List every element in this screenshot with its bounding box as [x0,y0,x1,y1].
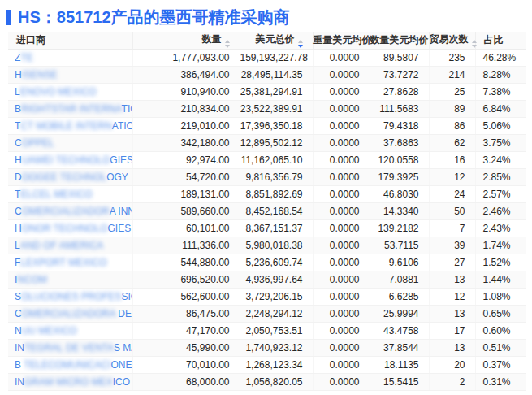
weight-avg-cell: 0.0000 [313,339,370,356]
importer-link[interactable]: DOOGEE TECHNOLOGY [15,171,128,183]
importer-link[interactable]: INGRAM MICRO MEXICO [15,376,130,388]
importer-visible-suffix: DE ... [115,308,132,319]
importer-visible-prefix: C [15,206,22,217]
importer-link[interactable]: COMERCIALIZADORA DE ... [15,308,132,319]
importer-cell: HONOR TECHNOLOGIES D... [8,219,132,237]
importer-visible-prefix: IN [15,342,24,354]
share-cell: 0.37% [475,356,526,373]
qty-cell: 386,494.00 [132,66,240,83]
weight-avg-cell: 0.0000 [313,202,370,219]
importer-cell: FLEXPORT MEXICO [8,254,132,271]
importer-link[interactable]: INTEGRAL DE VENTAS MA... [15,342,132,354]
qty-cell: 342,180.00 [132,134,240,151]
usd-total-cell: 5,236,609.74 [240,254,313,271]
usd-total-cell: 25,381,294.91 [240,83,313,100]
usd-total-cell: 8,851,892.69 [240,185,313,202]
table-body: ZTE1,777,093.00159,193,227.780.000089.58… [8,49,526,390]
trade-count-cell: 12 [429,168,475,185]
table-row: TELCEL MEXICO189,131.008,851,892.690.000… [8,185,526,202]
usd-total-cell: 3,729,206.15 [240,288,313,305]
importer-link[interactable]: LENOVO MEXICO [15,86,97,98]
importer-visible-prefix: C [15,137,22,149]
trade-count-cell: 39 [429,237,475,254]
importer-visible-suffix: TIONAL [122,103,132,115]
qty-avg-cell: 89.5807 [370,49,429,66]
share-cell: 6.84% [475,100,526,117]
page: HS：851712产品的墨西哥精准采购商 进口商数量美元总价重量美元均价数量美元… [0,0,532,391]
page-title: HS：851712产品的墨西哥精准采购商 [18,7,290,27]
weight-avg-cell: 0.0000 [313,373,370,390]
weight-avg-cell: 0.0000 [313,185,370,202]
qty-avg-cell: 6.6285 [370,288,429,305]
importer-redacted-text: RIGHTSTAR INTERNA [21,103,122,115]
caret-down-icon [472,45,477,48]
column-header-usd_total[interactable]: 美元总价 [240,32,313,49]
importer-visible-suffix: ICO [113,376,130,388]
share-cell: 1.44% [475,271,526,288]
importer-redacted-text: OMERCIALIZADORA [22,308,115,319]
qty-cell: 60,101.00 [132,219,240,237]
share-cell: 0.51% [475,339,526,356]
qty-avg-cell: 14.3340 [370,202,429,219]
usd-total-cell: 12,895,502.12 [240,134,313,151]
importer-visible-prefix: L [15,240,20,251]
qty-cell: 562,600.00 [132,288,240,305]
importer-link[interactable]: COPPEL [15,137,54,149]
importer-link[interactable]: BRIGHTSTAR INTERNATIONAL [15,103,132,115]
usd-total-cell: 23,522,389.91 [240,100,313,117]
column-header-weight_avg: 重量美元均价 [313,32,370,49]
buyers-data-table: 进口商数量美元总价重量美元均价数量美元均价贸易次数占比 ZTE1,777,093… [8,32,526,391]
importer-redacted-text: AND OF AMERICA [20,240,104,251]
sort-icon[interactable] [225,40,230,48]
column-header-qty_avg: 数量美元均价 [370,32,429,49]
table-row: COMERCIALIZADORA DE ...86,475.002,248,29… [8,305,526,322]
importer-cell: NUU MEXICO [8,322,132,339]
usd-total-cell: 4,936,997.64 [240,271,313,288]
importer-redacted-text: OPPEL [22,137,54,149]
column-header-trade_count[interactable]: 贸易次数 [429,32,475,49]
importer-link[interactable]: TELCEL MEXICO [15,189,93,200]
importer-link[interactable]: HONOR TECHNOLOGIES D... [15,223,132,234]
usd-total-cell: 11,162,065.10 [240,151,313,168]
column-header-share: 占比 [475,32,526,49]
qty-avg-cell: 79.4318 [370,117,429,134]
table-row: BRIGHTSTAR INTERNATIONAL210,834.0023,522… [8,100,526,117]
table-row: FLEXPORT MEXICO544,880.005,236,609.740.0… [8,254,526,271]
column-label: 贸易次数 [430,33,469,45]
importer-link[interactable]: COMERCIALIZADORA INN... [15,206,132,217]
importer-visible-suffix: SION... [121,291,132,302]
column-header-qty[interactable]: 数量 [132,32,240,49]
importer-cell: ZTE [8,49,132,66]
importer-link[interactable]: HISENSE [15,69,58,80]
importer-visible-suffix: ONES... [110,359,132,371]
importer-link[interactable]: NUU MEXICO [15,325,77,336]
qty-avg-cell: 37.6863 [370,134,429,151]
importer-cell: INTEGRAL DE VENTAS MA... [8,339,132,356]
qty-avg-cell: 111.5683 [370,100,429,117]
qty-cell: 544,880.00 [132,254,240,271]
trade-count-cell: 25 [429,83,475,100]
qty-cell: 92,974.00 [132,151,240,168]
importer-link[interactable]: TCT MOBILE INTERNATIO... [15,120,132,132]
importer-link[interactable]: ZTE [15,52,33,63]
qty-cell: 111,336.00 [132,237,240,254]
qty-avg-cell: 139.2182 [370,219,429,237]
sort-icon[interactable] [472,40,477,48]
importer-link[interactable]: HUAWEI TECHNOLOGIES ... [15,154,132,166]
importer-link[interactable]: SOLUCIONES PROFESSION... [15,291,132,302]
table-header-row: 进口商数量美元总价重量美元均价数量美元均价贸易次数占比 [8,32,526,49]
sort-icon[interactable] [298,40,303,48]
importer-link[interactable]: FLEXPORT MEXICO [15,257,107,268]
weight-avg-cell: 0.0000 [313,49,370,66]
share-cell: 2.46% [475,202,526,219]
importer-visible-prefix: H [15,223,22,234]
importer-visible-prefix: H [15,154,22,166]
weight-avg-cell: 0.0000 [313,254,370,271]
weight-avg-cell: 0.0000 [313,305,370,322]
weight-avg-cell: 0.0000 [313,151,370,168]
importer-link[interactable]: LAND OF AMERICA [15,240,103,251]
importer-link[interactable]: B TELECOMUNICACIONES... [15,359,132,371]
qty-avg-cell: 15.5415 [370,373,429,390]
importer-link[interactable]: INCOM [15,274,47,285]
share-cell: 0.31% [475,373,526,390]
